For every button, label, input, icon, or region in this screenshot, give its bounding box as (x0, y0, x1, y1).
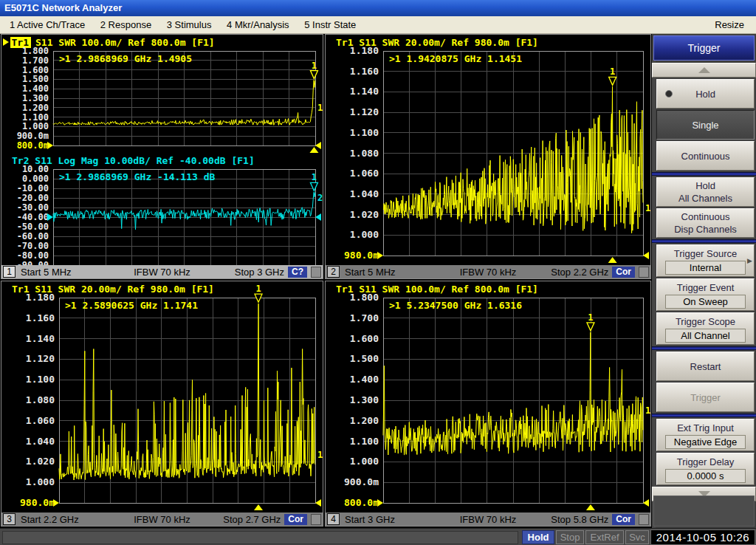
status-right-group: Stop 2.2 GHzCor (551, 267, 649, 278)
softkey-label: Trigger Source (674, 247, 738, 260)
cal-status-badge: C? (288, 267, 307, 278)
softkey-scroll-up-button[interactable] (652, 63, 756, 78)
channel-1-plot: Tr1S11 SWR 100.0m/ Ref 800.0m [F1]1.8001… (1, 35, 323, 265)
channel-3-plot: Tr1 S11 SWR 20.00m/ Ref 980.0m [F1]1.180… (1, 281, 323, 513)
softkey-label: Trigger (690, 391, 721, 404)
menu-instr-state[interactable]: 5 Instr State (301, 16, 359, 33)
y-axis-tick: -80.00 (17, 250, 49, 261)
y-axis-tick: 1.180 (350, 45, 379, 56)
softkey-hold-button[interactable]: Hold (656, 79, 755, 109)
window-title: E5071C Network Analyzer (4, 2, 122, 13)
ref-level-left-icon (377, 499, 383, 507)
y-axis-tick: 1.040 (26, 436, 55, 447)
status-stub-box (639, 267, 649, 278)
marker-1-icon[interactable] (587, 323, 594, 331)
y-axis-tick: 980.0m (20, 497, 55, 508)
ifbw-label: IFBW 70 kHz (460, 267, 517, 278)
menu-response[interactable]: 2 Response (97, 16, 154, 33)
y-axis-tick: 1.200 (350, 415, 379, 426)
marker-number: 1 (610, 66, 615, 77)
softkey-value: On Sweep (665, 295, 746, 309)
softkey-label: Continuous (681, 150, 730, 162)
trace-number-label: 1 (645, 405, 650, 416)
y-axis-tick: 1.140 (26, 333, 55, 344)
cal-status-badge: Cor (612, 267, 635, 278)
chevron-up-icon (698, 67, 710, 73)
channel-2-status-bar: 2Start 5 MHzIFBW 70 kHzStop 2.2 GHzCor (326, 265, 650, 278)
marker-readout: >1 2.5890625 GHz 1.1741 (65, 300, 198, 311)
softkey-label: Ext Trig Input (677, 422, 734, 434)
y-axis-tick: 980.0m (344, 250, 379, 261)
channel-4-plot: Tr1 S11 SWR 100.0m/ Ref 800.0m [F1]1.800… (326, 281, 650, 513)
start-frequency-label: Start 3 GHz (345, 514, 395, 525)
softkey-trigger-scope-button[interactable]: Trigger ScopeAll Channel (656, 312, 755, 345)
channel-4-status-bar: 4Start 3 GHzIFBW 70 kHzStop 5.8 GHzCor (326, 513, 650, 526)
ref-level-right-icon (643, 252, 649, 259)
y-axis-tick: 1.080 (26, 394, 55, 405)
marker-1-icon[interactable] (609, 77, 616, 85)
ifbw-label: IFBW 70 kHz (134, 267, 190, 278)
ref-level-right-icon (643, 499, 649, 507)
status-extref-indicator: ExtRef (585, 530, 624, 544)
softkey-group-divider (652, 239, 756, 243)
menu-bar: 1 Active Ch/Trace 2 Response 3 Stimulus … (0, 16, 756, 34)
softkey-value: All Channel (665, 329, 746, 343)
softkey-trigger-event-button[interactable]: Trigger EventOn Sweep (656, 278, 755, 311)
marker-stimulus-icon (309, 147, 318, 153)
softkey-value: Negative Edge (665, 435, 746, 449)
menu-mkr-analysis[interactable]: 4 Mkr/Analysis (224, 16, 292, 33)
ifbw-label: IFBW 70 kHz (134, 514, 190, 525)
y-axis-tick: 1.120 (26, 353, 55, 364)
y-axis-tick: 1.600 (350, 333, 379, 344)
y-axis-tick: 1.000 (350, 229, 379, 240)
softkey-hold-all-channels-button[interactable]: HoldAll Channels (656, 177, 755, 207)
menu-active-ch-trace[interactable]: 1 Active Ch/Trace (7, 16, 88, 33)
softkey-label: Trigger Event (677, 281, 735, 294)
softkey-ext-trig-input-button[interactable]: Ext Trig InputNegative Edge (656, 419, 755, 451)
menu-resize[interactable]: Resize (712, 16, 747, 33)
marker-number: 1 (255, 284, 261, 294)
y-axis-tick: 800.0m (344, 497, 379, 508)
cal-status-badge: Cor (284, 514, 307, 525)
menu-stimulus[interactable]: 3 Stimulus (164, 16, 215, 33)
softkey-label: Hold (695, 88, 715, 100)
softkey-trigger-delay-button[interactable]: Trigger Delay0.0000 s (656, 453, 755, 485)
active-trace-arrow-icon (3, 38, 9, 46)
channel-window-1[interactable]: Tr1S11 SWR 100.0m/ Ref 800.0m [F1]1.8001… (1, 34, 323, 279)
ref-level-left-icon (377, 252, 383, 259)
softkey-continuous-button[interactable]: Continuous (656, 141, 755, 171)
softkey-trigger-button: Trigger (656, 383, 755, 412)
y-axis-tick: 1.180 (26, 292, 55, 303)
y-axis-tick: 1.000 (350, 456, 379, 467)
y-axis-tick: 0.000 (22, 174, 49, 184)
status-stub-box (639, 514, 649, 525)
softkey-label: Continuous (681, 210, 730, 223)
y-axis-tick: 1.400 (350, 374, 379, 385)
marker-1-icon[interactable] (255, 294, 262, 302)
status-stub-box (311, 267, 321, 278)
y-axis-tick: 1.020 (350, 209, 379, 220)
softkey-single-button[interactable]: Single (656, 110, 755, 140)
marker-1-icon[interactable] (310, 182, 317, 191)
y-axis-tick: 1.040 (350, 188, 379, 199)
y-axis-tick: -70.00 (17, 241, 49, 251)
softkey-trigger-source-button[interactable]: Trigger SourceInternal▶ (656, 244, 755, 277)
channel-window-3[interactable]: Tr1 S11 SWR 20.00m/ Ref 980.0m [F1]1.180… (1, 281, 323, 527)
channel-window-2[interactable]: Tr1 S11 SWR 20.00m/ Ref 980.0m [F1]1.180… (325, 34, 651, 279)
y-axis-tick: 1.080 (350, 148, 379, 159)
y-axis-tick: -50.00 (17, 222, 49, 232)
y-axis-tick: 1.060 (26, 415, 55, 426)
y-axis-tick: 1.700 (350, 312, 379, 323)
trace-title: S11 SWR 100.0m/ Ref 800.0m [F1] (35, 37, 215, 48)
channel-window-4[interactable]: Tr1 S11 SWR 100.0m/ Ref 800.0m [F1]1.800… (325, 281, 651, 527)
softkey-label: Hold (695, 179, 715, 192)
channel-1-status-bar: 1Start 5 MHzIFBW 70 kHzStop 3 GHzC? (1, 265, 323, 278)
softkey-restart-button[interactable]: Restart (656, 352, 755, 381)
window-title-bar[interactable]: E5071C Network Analyzer (0, 0, 756, 16)
softkey-menu-title: Trigger (653, 35, 755, 61)
marker-1-icon[interactable] (310, 71, 317, 79)
y-axis-tick: 1.000 (26, 476, 55, 487)
channel-number-badge: 1 (3, 266, 16, 278)
softkey-continuous-disp-channels-button[interactable]: ContinuousDisp Channels (656, 208, 755, 238)
y-axis-tick: -60.00 (17, 231, 49, 241)
